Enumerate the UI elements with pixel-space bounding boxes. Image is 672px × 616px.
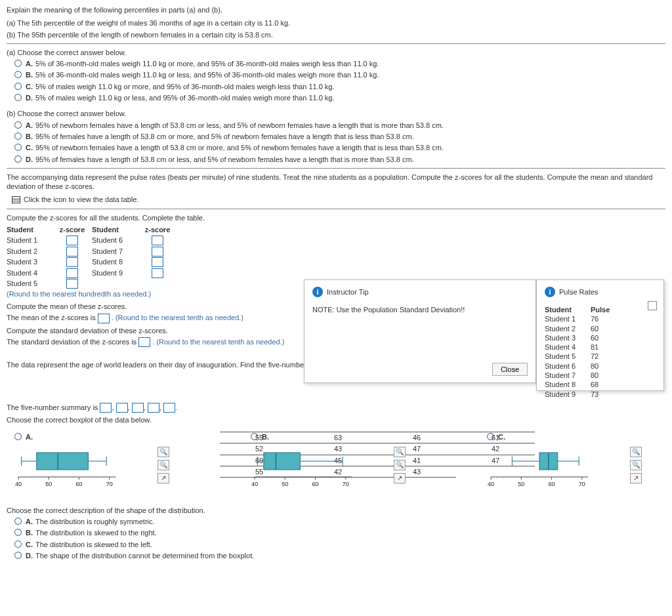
pulse-cell: Student 6 (545, 361, 591, 371)
open-icon[interactable]: ↗ (158, 473, 169, 483)
boxplot-a: 40506070 🔍 🔍 ↗ (14, 445, 165, 498)
svg-text:70: 70 (579, 481, 585, 487)
zoom-in-icon[interactable]: 🔍 (630, 447, 642, 457)
boxplot-label-a: A. (26, 432, 33, 441)
cell-student: Student 2 (7, 247, 52, 256)
summary-input-q3[interactable] (148, 403, 159, 413)
tip-body: NOTE: Use the Population Standard Deviat… (312, 305, 528, 314)
cell-student: Student 5 (7, 279, 52, 288)
svg-text:50: 50 (45, 481, 52, 487)
pulse-cell: Student 5 (545, 352, 591, 361)
radio-b-c[interactable] (14, 144, 22, 151)
pulse-cell: 80 (591, 371, 617, 380)
divider (7, 43, 665, 44)
pulse-cell: 80 (591, 361, 617, 371)
cell-student: Student 8 (92, 257, 138, 266)
svg-text:40: 40 (488, 481, 494, 487)
divider (7, 168, 665, 169)
radio-a-c[interactable] (14, 83, 22, 90)
pulse-cell: Student 8 (545, 380, 591, 389)
summary-input-q1[interactable] (116, 403, 128, 413)
shape-opt-d: The shape of the distribution cannot be … (35, 552, 254, 560)
pulse-h1: Student (545, 305, 591, 314)
zscore-input[interactable] (152, 236, 163, 245)
open-icon[interactable]: ↗ (394, 473, 406, 483)
zscore-input[interactable] (152, 257, 163, 267)
shape-radio-a[interactable] (14, 518, 22, 525)
pulse-cell: 60 (591, 333, 617, 342)
svg-text:60: 60 (75, 481, 82, 487)
zoom-in-icon[interactable]: 🔍 (630, 460, 642, 470)
svg-text:40: 40 (251, 481, 258, 487)
close-button[interactable]: Close (492, 363, 528, 376)
open-icon[interactable]: ↗ (630, 473, 642, 483)
sd-round: . (Round to the nearest tenth as needed.… (152, 338, 284, 346)
table-icon[interactable] (12, 196, 20, 203)
zscore-input[interactable] (66, 268, 78, 278)
zscore-input[interactable] (66, 236, 78, 245)
sd-line: The standard deviation of the z-scores i… (7, 338, 138, 346)
instructor-tip-popover: i Instructor Tip NOTE: Use the Populatio… (304, 279, 536, 383)
summary-input-max[interactable] (163, 403, 175, 413)
col-zscore: z-score (52, 225, 92, 234)
pulse-rates-popover: i Pulse Rates Student Pulse Student 176 … (536, 279, 664, 391)
radio-b-b[interactable] (14, 133, 22, 140)
pulse-cell: Student 7 (545, 371, 591, 380)
svg-rect-4 (37, 453, 89, 470)
zscore-input[interactable] (66, 257, 78, 267)
summary-input-med[interactable] (132, 403, 144, 413)
boxplot-head: Choose the correct boxplot of the data b… (7, 415, 665, 424)
radio-a-d[interactable] (14, 94, 22, 101)
pulse-cell: Student 3 (545, 333, 591, 342)
q2-data-link[interactable]: Click the icon to view the data table. (24, 195, 138, 204)
pulse-cell: 81 (591, 342, 617, 352)
zoom-in-icon[interactable]: 🔍 (394, 447, 406, 457)
cell-student: Student 3 (7, 257, 52, 266)
svg-text:50: 50 (518, 481, 524, 487)
q2-head: Compute the z-scores for all the student… (7, 213, 665, 222)
pulse-cell: Student 2 (545, 324, 591, 333)
shape-opt-c: The distribution is skewed to the left. (35, 541, 152, 548)
pulse-cell: Student 1 (545, 314, 591, 323)
zoom-in-icon[interactable]: 🔍 (158, 460, 169, 470)
radio-b-d[interactable] (14, 155, 22, 163)
info-icon: i (545, 287, 555, 297)
zoom-in-icon[interactable]: 🔍 (158, 447, 169, 457)
col-student: Student (92, 225, 138, 234)
q1b-opt-c: 95% of newborn females have a length of … (35, 144, 444, 152)
pulse-cell: 76 (591, 314, 617, 323)
pulse-cell: Student 4 (545, 342, 591, 352)
svg-text:60: 60 (312, 481, 318, 487)
sd-input[interactable] (138, 337, 150, 347)
q1a-opt-d: 5% of males weigh 11.0 kg or less, and 9… (35, 94, 335, 102)
tip-title: Instructor Tip (327, 287, 369, 297)
q1-part-b-head: (b) Choose the correct answer below. (7, 109, 665, 118)
info-icon: i (312, 287, 323, 297)
zscore-input[interactable] (152, 268, 163, 278)
col-zscore: z-score (138, 225, 177, 234)
pulse-cell: Student 9 (545, 390, 591, 399)
q1-prompt: Explain the meaning of the following per… (7, 5, 665, 14)
mean-line: The mean of the z-scores is (7, 314, 98, 321)
radio-a-b[interactable] (14, 71, 22, 78)
mean-input[interactable] (98, 314, 110, 323)
zscore-input[interactable] (152, 247, 163, 257)
q1b-opt-b: 95% of females have a length of 53.8 cm … (35, 133, 414, 140)
shape-radio-d[interactable] (14, 552, 22, 559)
copy-icon[interactable] (648, 301, 657, 310)
boxplot-radio-a[interactable] (14, 433, 22, 440)
shape-opt-b: The distribution is skewed to the right. (35, 529, 157, 537)
zscore-input[interactable] (66, 279, 78, 289)
svg-text:50: 50 (282, 481, 288, 487)
svg-text:60: 60 (548, 481, 555, 487)
shape-radio-c[interactable] (14, 541, 22, 548)
shape-radio-b[interactable] (14, 529, 22, 536)
zscore-input[interactable] (66, 247, 78, 257)
summary-input-min[interactable] (100, 403, 112, 413)
radio-b-a[interactable] (14, 121, 22, 129)
q1a-opt-c: 5% of males weigh 11.0 kg or more, and 9… (35, 83, 335, 91)
zoom-in-icon[interactable]: 🔍 (394, 460, 406, 470)
shape-opt-a: The distribution is roughly symmetric. (35, 518, 155, 525)
radio-a-a[interactable] (14, 60, 22, 67)
pulse-cell: 72 (591, 352, 617, 361)
